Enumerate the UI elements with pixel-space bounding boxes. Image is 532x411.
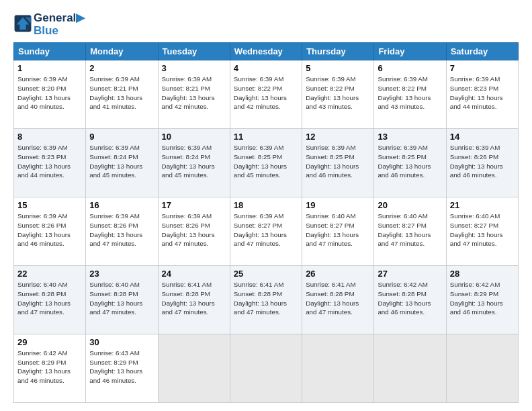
day-info: Sunrise: 6:41 AMSunset: 8:28 PMDaylight:…: [162, 280, 226, 317]
day-info: Sunrise: 6:39 AMSunset: 8:22 PMDaylight:…: [378, 75, 442, 111]
day-number: 17: [162, 200, 226, 210]
day-info: Sunrise: 6:39 AMSunset: 8:20 PMDaylight:…: [17, 75, 82, 111]
day-info: Sunrise: 6:39 AMSunset: 8:23 PMDaylight:…: [450, 75, 515, 111]
calendar-cell: 15Sunrise: 6:39 AMSunset: 8:26 PMDayligh…: [14, 197, 86, 266]
day-info: Sunrise: 6:39 AMSunset: 8:25 PMDaylight:…: [306, 143, 370, 180]
day-number: 6: [378, 63, 442, 73]
calendar-cell: 11Sunrise: 6:39 AMSunset: 8:25 PMDayligh…: [230, 129, 302, 197]
day-info: Sunrise: 6:39 AMSunset: 8:21 PMDaylight:…: [89, 75, 154, 111]
day-number: 14: [450, 132, 515, 142]
day-info: Sunrise: 6:42 AMSunset: 8:29 PMDaylight:…: [17, 349, 82, 385]
day-number: 27: [378, 269, 442, 279]
day-number: 24: [162, 269, 226, 279]
day-number: 1: [17, 63, 82, 73]
calendar-cell: 18Sunrise: 6:39 AMSunset: 8:27 PMDayligh…: [230, 197, 302, 266]
day-info: Sunrise: 6:40 AMSunset: 8:28 PMDaylight:…: [17, 280, 82, 317]
calendar-cell: 3Sunrise: 6:39 AMSunset: 8:21 PMDaylight…: [158, 60, 230, 129]
calendar-cell: 2Sunrise: 6:39 AMSunset: 8:21 PMDaylight…: [86, 60, 158, 129]
day-header-friday: Friday: [374, 43, 446, 60]
day-number: 12: [306, 132, 370, 142]
day-info: Sunrise: 6:39 AMSunset: 8:25 PMDaylight:…: [378, 143, 442, 180]
day-number: 25: [234, 269, 298, 279]
calendar-cell: 21Sunrise: 6:40 AMSunset: 8:27 PMDayligh…: [446, 197, 518, 266]
logo-icon: [13, 14, 32, 33]
calendar-cell: 9Sunrise: 6:39 AMSunset: 8:24 PMDaylight…: [86, 129, 158, 197]
day-info: Sunrise: 6:39 AMSunset: 8:21 PMDaylight:…: [162, 75, 226, 111]
day-number: 9: [89, 132, 154, 142]
calendar-week-row: 15Sunrise: 6:39 AMSunset: 8:26 PMDayligh…: [14, 197, 519, 266]
calendar-cell: 1Sunrise: 6:39 AMSunset: 8:20 PMDaylight…: [14, 60, 86, 129]
calendar-week-row: 22Sunrise: 6:40 AMSunset: 8:28 PMDayligh…: [14, 266, 519, 334]
calendar-cell: 12Sunrise: 6:39 AMSunset: 8:25 PMDayligh…: [302, 129, 374, 197]
calendar-cell: 20Sunrise: 6:40 AMSunset: 8:27 PMDayligh…: [374, 197, 446, 266]
calendar-week-row: 8Sunrise: 6:39 AMSunset: 8:23 PMDaylight…: [14, 129, 519, 197]
day-info: Sunrise: 6:39 AMSunset: 8:25 PMDaylight:…: [234, 143, 298, 180]
calendar-cell: 16Sunrise: 6:39 AMSunset: 8:26 PMDayligh…: [86, 197, 158, 266]
calendar-cell: 8Sunrise: 6:39 AMSunset: 8:23 PMDaylight…: [14, 129, 86, 197]
calendar-cell: 22Sunrise: 6:40 AMSunset: 8:28 PMDayligh…: [14, 266, 86, 334]
logo: General▶ Blue: [13, 12, 85, 37]
calendar-cell: [230, 334, 302, 403]
day-info: Sunrise: 6:41 AMSunset: 8:28 PMDaylight:…: [234, 280, 298, 317]
calendar-cell: 27Sunrise: 6:42 AMSunset: 8:28 PMDayligh…: [374, 266, 446, 334]
day-info: Sunrise: 6:40 AMSunset: 8:27 PMDaylight:…: [306, 212, 370, 248]
day-info: Sunrise: 6:42 AMSunset: 8:29 PMDaylight:…: [450, 280, 515, 317]
day-number: 5: [306, 63, 370, 73]
day-number: 8: [17, 132, 82, 142]
day-number: 19: [306, 200, 370, 210]
calendar-cell: 30Sunrise: 6:43 AMSunset: 8:29 PMDayligh…: [86, 334, 158, 403]
calendar-header: SundayMondayTuesdayWednesdayThursdayFrid…: [14, 43, 519, 60]
day-info: Sunrise: 6:39 AMSunset: 8:26 PMDaylight:…: [17, 212, 82, 248]
calendar-cell: 17Sunrise: 6:39 AMSunset: 8:26 PMDayligh…: [158, 197, 230, 266]
day-number: 15: [17, 200, 82, 210]
day-number: 29: [17, 337, 82, 347]
day-number: 3: [162, 63, 226, 73]
day-info: Sunrise: 6:39 AMSunset: 8:22 PMDaylight:…: [306, 75, 370, 111]
day-info: Sunrise: 6:39 AMSunset: 8:24 PMDaylight:…: [89, 143, 154, 180]
calendar-cell: [446, 334, 518, 403]
day-info: Sunrise: 6:39 AMSunset: 8:23 PMDaylight:…: [17, 143, 82, 180]
day-number: 13: [378, 132, 442, 142]
day-header-saturday: Saturday: [446, 43, 518, 60]
day-number: 20: [378, 200, 442, 210]
page: General▶ Blue SundayMondayTuesdayWednesd…: [0, 0, 532, 411]
calendar-table: SundayMondayTuesdayWednesdayThursdayFrid…: [13, 42, 519, 403]
day-number: 22: [17, 269, 82, 279]
day-info: Sunrise: 6:40 AMSunset: 8:28 PMDaylight:…: [89, 280, 154, 317]
day-number: 2: [89, 63, 154, 73]
day-number: 23: [89, 269, 154, 279]
calendar-cell: 5Sunrise: 6:39 AMSunset: 8:22 PMDaylight…: [302, 60, 374, 129]
calendar-cell: 6Sunrise: 6:39 AMSunset: 8:22 PMDaylight…: [374, 60, 446, 129]
calendar-cell: 26Sunrise: 6:41 AMSunset: 8:28 PMDayligh…: [302, 266, 374, 334]
day-number: 4: [234, 63, 298, 73]
day-header-tuesday: Tuesday: [158, 43, 230, 60]
day-number: 26: [306, 269, 370, 279]
calendar-cell: [374, 334, 446, 403]
days-header-row: SundayMondayTuesdayWednesdayThursdayFrid…: [14, 43, 519, 60]
day-info: Sunrise: 6:40 AMSunset: 8:27 PMDaylight:…: [450, 212, 515, 248]
day-number: 30: [89, 337, 154, 347]
calendar-cell: 13Sunrise: 6:39 AMSunset: 8:25 PMDayligh…: [374, 129, 446, 197]
calendar-cell: [302, 334, 374, 403]
day-header-sunday: Sunday: [14, 43, 86, 60]
day-number: 11: [234, 132, 298, 142]
day-header-monday: Monday: [86, 43, 158, 60]
day-number: 21: [450, 200, 515, 210]
calendar-cell: 24Sunrise: 6:41 AMSunset: 8:28 PMDayligh…: [158, 266, 230, 334]
day-info: Sunrise: 6:41 AMSunset: 8:28 PMDaylight:…: [306, 280, 370, 317]
day-number: 18: [234, 200, 298, 210]
calendar-cell: 10Sunrise: 6:39 AMSunset: 8:24 PMDayligh…: [158, 129, 230, 197]
calendar-body: 1Sunrise: 6:39 AMSunset: 8:20 PMDaylight…: [14, 60, 519, 403]
day-info: Sunrise: 6:42 AMSunset: 8:28 PMDaylight:…: [378, 280, 442, 317]
calendar-cell: 14Sunrise: 6:39 AMSunset: 8:26 PMDayligh…: [446, 129, 518, 197]
day-number: 16: [89, 200, 154, 210]
day-info: Sunrise: 6:39 AMSunset: 8:27 PMDaylight:…: [234, 212, 298, 248]
day-number: 10: [162, 132, 226, 142]
calendar-cell: 4Sunrise: 6:39 AMSunset: 8:22 PMDaylight…: [230, 60, 302, 129]
calendar-cell: 25Sunrise: 6:41 AMSunset: 8:28 PMDayligh…: [230, 266, 302, 334]
calendar-week-row: 1Sunrise: 6:39 AMSunset: 8:20 PMDaylight…: [14, 60, 519, 129]
day-info: Sunrise: 6:39 AMSunset: 8:22 PMDaylight:…: [234, 75, 298, 111]
day-info: Sunrise: 6:40 AMSunset: 8:27 PMDaylight:…: [378, 212, 442, 248]
logo-text: General▶ Blue: [34, 12, 85, 37]
day-info: Sunrise: 6:39 AMSunset: 8:24 PMDaylight:…: [162, 143, 226, 180]
